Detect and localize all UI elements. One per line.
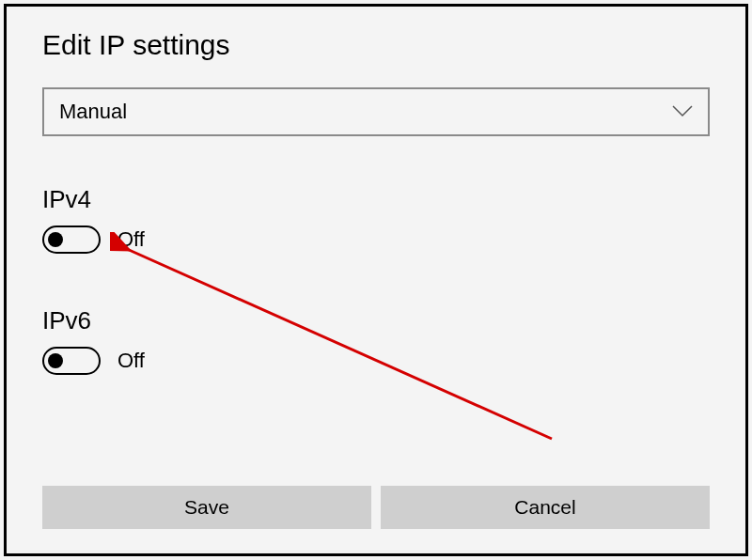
ipv4-toggle-state: Off [118, 227, 145, 252]
cancel-button[interactable]: Cancel [381, 486, 710, 529]
save-button[interactable]: Save [42, 486, 371, 529]
ip-settings-dropdown[interactable]: Manual [42, 87, 710, 136]
dialog-title: Edit IP settings [42, 29, 710, 61]
ipv4-toggle-row: Off [42, 226, 710, 254]
dropdown-selected-label: Manual [59, 100, 127, 124]
ipv4-toggle[interactable] [42, 226, 101, 254]
ipv4-label: IPv4 [42, 185, 710, 214]
ipv6-label: IPv6 [42, 306, 710, 335]
dialog-content: Edit IP settings Manual IPv4 Off IPv6 Of… [7, 7, 745, 553]
annotation-arrow-icon [110, 232, 561, 448]
ipv6-toggle-state: Off [118, 349, 145, 373]
ipv6-toggle[interactable] [42, 347, 101, 375]
ipv6-toggle-row: Off [42, 347, 710, 375]
svg-line-1 [127, 249, 552, 439]
dialog-frame: Edit IP settings Manual IPv4 Off IPv6 Of… [4, 4, 748, 556]
toggle-knob-icon [48, 353, 63, 368]
toggle-knob-icon [48, 232, 63, 247]
chevron-down-icon [672, 105, 693, 118]
dialog-button-row: Save Cancel [42, 486, 710, 529]
